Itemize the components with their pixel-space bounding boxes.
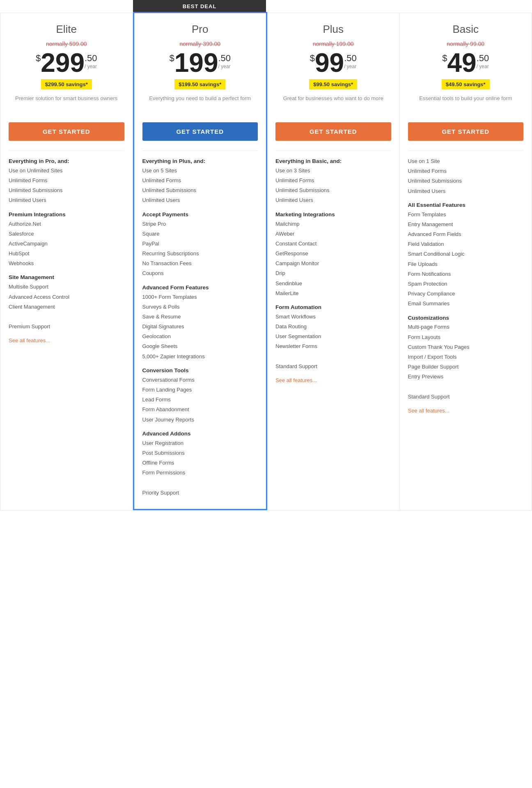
savings-badge-elite: $299.50 savings*: [41, 79, 92, 89]
price-row-pro: $199.50/ year: [142, 50, 258, 76]
feature-item: Save & Resume: [142, 313, 258, 321]
feature-item: Unlimited Users: [142, 197, 258, 204]
get-started-btn-elite[interactable]: GET STARTED: [9, 122, 124, 141]
feature-item: Digital Signatures: [142, 323, 258, 330]
feature-heading: Form Automation: [275, 304, 391, 312]
normally-price-pro: normally 399.00: [142, 41, 258, 47]
feature-item: Email Summaries: [408, 300, 524, 307]
feature-item: Unlimited Submissions: [9, 187, 124, 194]
price-year-basic: / year: [477, 64, 489, 69]
normally-price-plus: normally 199.00: [275, 41, 391, 47]
features-list-pro: Everything in Plus, and:Use on 5 SitesUn…: [142, 158, 258, 497]
feature-item: Smart Workflows: [275, 313, 391, 321]
feature-item: Google Sheets: [142, 343, 258, 350]
plan-name-basic: Basic: [408, 23, 524, 36]
feature-item: Unlimited Users: [408, 188, 524, 195]
feature-item: Entry Previews: [408, 373, 524, 380]
feature-item: Unlimited Forms: [9, 177, 124, 184]
see-all-item: See all features...: [9, 333, 124, 344]
feature-item: Square: [142, 230, 258, 238]
feature-item: Unlimited Submissions: [408, 177, 524, 185]
see-all-link-elite[interactable]: See all features...: [9, 337, 50, 344]
feature-heading: Advanced Addons: [142, 430, 258, 438]
feature-item: No Transaction Fees: [142, 260, 258, 267]
feature-item: Unlimited Submissions: [142, 187, 258, 194]
get-started-btn-pro[interactable]: GET STARTED: [142, 122, 258, 141]
feature-item: File Uploads: [408, 261, 524, 268]
feature-item: Custom Thank You Pages: [408, 344, 524, 351]
feature-item: Unlimited Forms: [408, 167, 524, 175]
feature-item: GetResponse: [275, 250, 391, 257]
feature-item: Unlimited Users: [9, 197, 124, 204]
feature-item: Page Builder Support: [408, 363, 524, 371]
price-year-plus: / year: [344, 64, 357, 69]
features-list-basic: Use on 1 SiteUnlimited FormsUnlimited Su…: [408, 158, 524, 415]
pricing-wrapper: BEST DEAL Elitenormally 599.00$299.50/ y…: [0, 0, 532, 511]
feature-item: Advanced Access Control: [9, 293, 124, 301]
feature-item: Sendinblue: [275, 280, 391, 287]
savings-badge-basic: $49.50 savings*: [442, 79, 490, 89]
feature-item: User Segmentation: [275, 333, 391, 340]
get-started-btn-plus[interactable]: GET STARTED: [275, 122, 391, 141]
feature-item: AWeber: [275, 230, 391, 238]
price-dollar-pro: $: [169, 53, 174, 64]
feature-item: Unlimited Submissions: [275, 187, 391, 194]
feature-item: Standard Support: [275, 363, 391, 370]
feature-item: Client Management: [9, 303, 124, 311]
price-dollar-plus: $: [310, 53, 315, 64]
normally-price-elite: normally 599.00: [9, 41, 124, 47]
feature-item: Multi-page Forms: [408, 323, 524, 331]
feature-blank: [142, 479, 258, 486]
feature-heading: All Essential Features: [408, 202, 524, 209]
feature-item: Geolocation: [142, 333, 258, 340]
feature-item: Lead Forms: [142, 396, 258, 403]
divider-elite: [9, 151, 124, 151]
feature-item: Field Validation: [408, 241, 524, 248]
feature-item: Form Notifications: [408, 270, 524, 278]
feature-item: Use on 3 Sites: [275, 167, 391, 174]
see-all-item: See all features...: [275, 373, 391, 384]
feature-item: Advanced Form Fields: [408, 231, 524, 238]
feature-heading: Everything in Plus, and:: [142, 158, 258, 165]
feature-item: Conversational Forms: [142, 376, 258, 384]
feature-heading: Site Management: [9, 274, 124, 282]
feature-item: Unlimited Users: [275, 197, 391, 204]
feature-item: Form Landing Pages: [142, 386, 258, 394]
feature-item: ActiveCampaign: [9, 240, 124, 247]
feature-item: Multisite Support: [9, 283, 124, 291]
price-main-plus: 99: [315, 50, 344, 76]
feature-item: MailerLite: [275, 290, 391, 297]
price-dollar-basic: $: [442, 53, 447, 64]
see-all-link-plus[interactable]: See all features...: [275, 377, 317, 384]
feature-item: Smart Conditional Logic: [408, 250, 524, 258]
feature-item: Webhooks: [9, 260, 124, 267]
get-started-btn-basic[interactable]: GET STARTED: [408, 122, 524, 141]
feature-item: Spam Protection: [408, 280, 524, 288]
feature-item: 1000+ Form Templates: [142, 293, 258, 301]
plan-col-basic: Basicnormally 99.00$49.50/ year$49.50 sa…: [400, 13, 532, 510]
plan-col-plus: Plusnormally 199.00$99.50/ year$99.50 sa…: [267, 13, 400, 510]
plan-name-pro: Pro: [142, 23, 258, 36]
price-cents-plus: .50: [344, 53, 357, 64]
feature-heading: Premium Integrations: [9, 211, 124, 219]
plan-description-elite: Premier solution for smart business owne…: [9, 95, 124, 115]
feature-item: Mailchimp: [275, 220, 391, 228]
divider-plus: [275, 151, 391, 151]
best-deal-banner: BEST DEAL: [133, 0, 266, 13]
feature-item: Form Abandonment: [142, 406, 258, 413]
feature-item: Use on 5 Sites: [142, 167, 258, 174]
feature-item: Newsletter Forms: [275, 343, 391, 350]
feature-blank: [9, 313, 124, 321]
plan-col-elite: Elitenormally 599.00$299.50/ year$299.50…: [0, 13, 133, 510]
see-all-link-basic[interactable]: See all features...: [408, 407, 449, 415]
features-list-elite: Everything in Pro, and:Use on Unlimited …: [9, 158, 124, 344]
price-main-pro: 199: [174, 50, 218, 76]
feature-blank: [408, 383, 524, 391]
feature-item: Offline Forms: [142, 459, 258, 467]
feature-heading: Everything in Basic, and:: [275, 158, 391, 165]
feature-item: Constant Contact: [275, 240, 391, 247]
divider-basic: [408, 151, 524, 151]
plan-description-plus: Great for businesses who want to do more: [275, 95, 391, 115]
feature-item: User Journey Reports: [142, 416, 258, 424]
price-main-elite: 299: [41, 50, 85, 76]
